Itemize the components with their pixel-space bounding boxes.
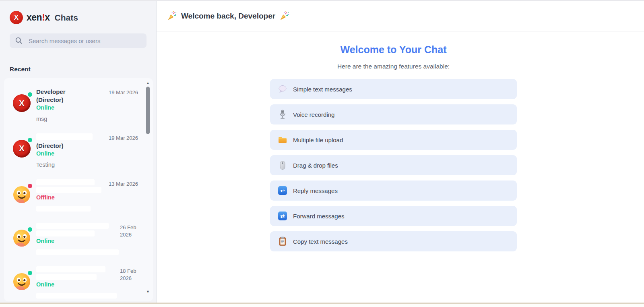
feature-card-forward: ⇄ Forward messages — [270, 206, 517, 226]
avatar: X — [13, 140, 31, 158]
feature-label: Multiple file upload — [293, 137, 343, 143]
smiley-avatar-icon — [13, 273, 31, 290]
chat-last-message: msg — [36, 116, 109, 122]
chat-date: 13 Mar 2026 — [109, 178, 141, 212]
folder-icon — [278, 135, 287, 145]
chat-list-item[interactable]: X Developer (Director) Online msg 19 Mar… — [5, 81, 143, 127]
redacted-message — [36, 293, 117, 299]
chat-date: 19 Mar 2026 — [109, 133, 141, 168]
offline-status-dot — [28, 184, 32, 188]
avatar — [13, 273, 31, 290]
chat-date: 18 Feb 2026 — [120, 266, 141, 299]
feature-label: Voice recording — [293, 111, 334, 118]
xenix-avatar-icon: X — [13, 94, 31, 112]
feature-label: Simple text messages — [293, 86, 352, 93]
main-area: Welcome back, Developer Welcome to Your … — [157, 1, 644, 307]
reply-icon: ↩ — [278, 186, 287, 195]
chat-last-message: Testing — [36, 162, 109, 168]
xenix-avatar-icon: X — [13, 140, 31, 158]
redacted-name — [36, 187, 101, 193]
chat-list: X Developer (Director) Online msg 19 Mar… — [4, 78, 153, 301]
mouse-icon — [278, 160, 287, 170]
feature-label: Drag & drop files — [293, 162, 338, 169]
clipboard-icon — [278, 236, 287, 246]
chat-name: (Director) — [36, 142, 87, 150]
page-title: Welcome to Your Chat — [341, 44, 447, 56]
online-status-dot — [28, 227, 32, 232]
chat-list-item[interactable]: X (Director) Online Testing 19 Mar 2026 — [5, 127, 143, 173]
party-popper-icon — [279, 11, 289, 21]
microphone-icon — [278, 110, 287, 119]
feature-label: Copy text messages — [293, 238, 348, 245]
search-icon — [15, 37, 23, 45]
chat-date: 26 Feb 2026 — [120, 222, 141, 255]
app-title: Chats — [55, 13, 78, 23]
sidebar: X xen!x Chats Recent X Developer (Direct… — [0, 1, 157, 307]
redacted-message — [36, 206, 91, 212]
redacted-name — [36, 133, 93, 140]
party-popper-icon — [167, 11, 177, 21]
page-subtitle: Here are the amazing features available: — [337, 63, 450, 70]
brand-wordmark: xen!x — [27, 13, 50, 22]
search-input[interactable] — [29, 37, 141, 44]
speech-bubble-icon — [278, 84, 287, 94]
chat-status: Online — [36, 150, 109, 158]
redacted-name — [36, 230, 95, 236]
feature-list: Simple text messages Voice recording — [270, 79, 517, 257]
feature-card-reply: ↩ Reply messages — [270, 180, 517, 201]
online-status-dot — [28, 271, 32, 275]
feature-label: Reply messages — [293, 187, 338, 194]
online-status-dot — [28, 92, 32, 97]
search-bar[interactable] — [10, 33, 147, 48]
chat-status: Online — [36, 104, 109, 112]
chat-status: Online — [36, 237, 120, 245]
redacted-name — [36, 223, 109, 229]
chat-status: Offline — [36, 194, 109, 201]
feature-card-copy-text: Copy text messages — [270, 231, 517, 251]
chat-list-scrollbar[interactable]: ▲ ▼ — [145, 81, 151, 299]
recent-section-title: Recent — [10, 66, 156, 73]
chat-list-item[interactable]: Online 26 Feb 2026 — [5, 216, 143, 260]
scrollbar-thumb[interactable] — [146, 87, 150, 134]
feature-card-drag-drop: Drag & drop files — [270, 155, 517, 175]
window-bottom-edge — [0, 303, 644, 307]
avatar — [13, 186, 31, 203]
chat-date: 19 Mar 2026 — [109, 87, 141, 122]
welcome-back-title: Welcome back, Developer — [181, 12, 275, 21]
chat-list-item[interactable]: Offline 13 Mar 2026 — [5, 173, 143, 216]
scroll-down-icon[interactable]: ▼ — [146, 289, 150, 294]
avatar: X — [13, 94, 31, 112]
smiley-avatar-icon — [13, 186, 31, 203]
chat-list-item[interactable]: Online 18 Feb 2026 — [5, 260, 143, 301]
forward-icon: ⇄ — [278, 211, 287, 221]
smiley-avatar-icon — [13, 229, 31, 247]
redacted-name — [36, 179, 95, 185]
feature-card-file-upload: Multiple file upload — [270, 130, 517, 150]
online-status-dot — [28, 138, 32, 142]
xenix-logo-icon: X — [10, 11, 23, 24]
scroll-up-icon[interactable]: ▲ — [146, 81, 150, 85]
feature-card-voice-recording: Voice recording — [270, 104, 517, 124]
main-header: Welcome back, Developer — [157, 1, 644, 31]
redacted-message — [36, 249, 119, 255]
redacted-name — [36, 274, 97, 280]
redacted-name — [36, 266, 105, 272]
welcome-panel: Welcome to Your Chat Here are the amazin… — [157, 31, 644, 307]
brand: X xen!x Chats — [10, 11, 156, 24]
feature-card-simple-text: Simple text messages — [270, 79, 517, 99]
avatar — [13, 229, 31, 247]
chat-name: Developer (Director) — [36, 88, 87, 104]
feature-label: Forward messages — [293, 213, 345, 220]
chat-status: Online — [36, 281, 120, 288]
